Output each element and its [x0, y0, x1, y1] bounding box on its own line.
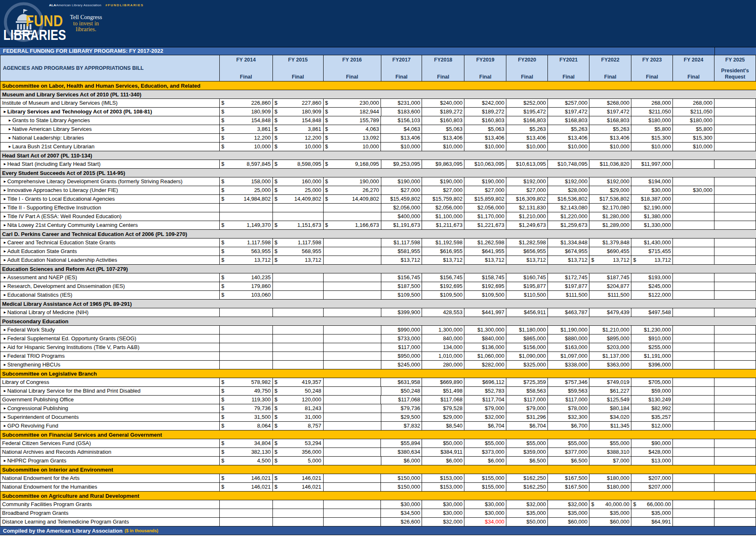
column-header-fy2014: FY 2014Final — [220, 55, 273, 81]
cell-fy2023: $1,380,000 — [631, 212, 673, 221]
cell-fy2023: $207,000 — [631, 474, 673, 482]
sub-label: Final — [479, 74, 491, 80]
cell-fy2024 — [673, 352, 714, 360]
row-label: ▶Grants to State Library Agencies — [0, 116, 220, 125]
cell-fy2025 — [714, 361, 756, 369]
cell-fy2024 — [673, 238, 714, 247]
cell-fy2021: $674,955 — [548, 247, 589, 256]
dollar-sign: $ — [275, 116, 277, 125]
cell-fy2019: $155,000 — [464, 483, 506, 491]
cell-fy2025 — [714, 238, 756, 247]
dollar-sign: $ — [275, 448, 277, 456]
page: ALAAmerican Library Association#FUNDLIBR… — [0, 0, 756, 536]
table-row: ▶Grants to State Library Agencies$154,84… — [0, 116, 756, 125]
cell-fy2017: $399,900 — [381, 308, 422, 317]
row-label: ▶Head Start (including Early Head Start) — [0, 160, 220, 168]
cell-fy2016 — [324, 457, 381, 465]
cell-fy2022: $690,455 — [589, 247, 631, 256]
column-header-fy2015: FY 2015Final — [273, 55, 324, 81]
dollar-sign: $ — [275, 483, 277, 491]
cell-fy2018: $189,272 — [422, 108, 464, 116]
cell-fy2016 — [324, 326, 381, 334]
dollar-sign: $ — [221, 186, 224, 194]
cell-value: 25,000 — [305, 186, 322, 194]
cell-fy2019: $6,704 — [464, 422, 506, 430]
cell-fy2016: $26,270 — [324, 186, 381, 194]
cell-fy2017: $2,056,000 — [381, 204, 422, 212]
table-row: ▶Title IV Part A (ESSA: Well Rounded Edu… — [0, 212, 756, 221]
cell-fy2022: $35,000 — [589, 509, 631, 517]
cell-value: 578,982 — [251, 378, 271, 386]
cell-value: 8,598,095 — [297, 160, 322, 168]
cell-fy2014: $8,064 — [220, 422, 273, 430]
cell-fy2024 — [673, 273, 714, 282]
cell-fy2023: $122,000 — [631, 291, 673, 299]
cell-fy2022: $34,020 — [589, 413, 631, 421]
cell-fy2016 — [324, 204, 381, 212]
cell-fy2021: $197,877 — [548, 282, 589, 290]
column-header-fy2019: FY2019Final — [464, 55, 506, 81]
cell-fy2021: $377,000 — [548, 448, 589, 456]
cell-fy2022: $187,745 — [589, 273, 631, 282]
cell-fy2022: $180,000 — [589, 474, 631, 482]
cell-fy2014: $578,982 — [220, 378, 273, 386]
cell-fy2014: $8,597,845 — [220, 160, 273, 168]
section-label: Head Start Act of 2007 (PL 110-134) — [2, 152, 92, 159]
row-label: ▶Title I - Grants to Local Educational A… — [0, 195, 220, 203]
cell-value: 563,955 — [251, 247, 271, 256]
cell-fy2016 — [324, 509, 381, 517]
cell-fy2025 — [714, 282, 756, 290]
section-label: Subcommittee on Labor, Health and Human … — [2, 83, 201, 89]
row-label: Broadband Program Grants — [0, 509, 220, 517]
cell-value: 1,117,598 — [247, 238, 271, 247]
report-title-bar: FEDERAL FUNDING FOR LIBRARY PROGRAMS: FY… — [0, 47, 756, 55]
row-label: Community Facilities Program Grants — [0, 500, 220, 509]
cell-fy2014 — [220, 326, 273, 334]
cell-fy2017: $29,500 — [381, 413, 422, 421]
table-row: ▶Innovative Approaches to Literacy (Unde… — [0, 186, 756, 195]
cell-fy2020: $10,613,095 — [506, 160, 548, 168]
cell-fy2024 — [673, 177, 714, 186]
cell-fy2015: $12,200 — [273, 134, 324, 142]
row-label-text: Congressional Publishing — [7, 404, 68, 413]
cell-fy2016 — [324, 273, 381, 282]
cell-fy2022: $60,000 — [589, 518, 631, 526]
cell-value: 31,500 — [254, 413, 271, 421]
cell-fy2017: $27,000 — [381, 186, 422, 194]
cell-fy2014: $146,021 — [220, 474, 273, 482]
section-row: Museum and Library Services Act of 2010 … — [0, 90, 756, 99]
table-row: ▶Adult Education State Grants$563,955$56… — [0, 247, 756, 256]
cell-fy2024: $10,000 — [673, 143, 714, 151]
dollar-sign: $ — [325, 143, 328, 151]
cell-fy2017: $26,600 — [381, 518, 422, 526]
cell-fy2019: $109,500 — [464, 291, 506, 299]
cell-fy2023: $11,997,000 — [631, 160, 673, 168]
row-label: ▶Assessment and NAEP (IES) — [0, 273, 220, 282]
cell-fy2017: $4,063 — [381, 125, 422, 133]
row-label-text: Federal Citizen Services Fund (GSA) — [2, 439, 91, 447]
row-label-text: Career and Technical Education State Gra… — [7, 238, 115, 247]
row-label: Federal Citizen Services Fund (GSA) — [0, 439, 220, 447]
cell-fy2019: $10,000 — [464, 143, 506, 151]
cell-fy2018: $13,712 — [422, 256, 464, 264]
cell-fy2015 — [273, 509, 324, 517]
row-label: ▶Federal Supplemental Ed. Opportunty Gra… — [0, 334, 220, 343]
cell-fy2019: $15,859,802 — [464, 195, 506, 203]
table-row: Broadband Program Grants$34,500$30,000$3… — [0, 509, 756, 518]
cell-fy2023: $715,455 — [631, 247, 673, 256]
cell-fy2021: $10,748,095 — [548, 160, 589, 168]
cell-fy2015 — [273, 334, 324, 343]
cell-fy2015: $81,243 — [273, 404, 324, 413]
cell-fy2023: $10,000 — [631, 143, 673, 151]
dollar-sign: $ — [275, 195, 277, 203]
cell-value: 13,712 — [654, 256, 671, 264]
cell-fy2017: $190,000 — [381, 177, 422, 186]
cell-fy2018: $240,000 — [422, 99, 464, 107]
libraries-wordmark: LIBRARIES — [3, 27, 66, 42]
cell-fy2023: $180,000 — [631, 116, 673, 125]
table-row: ▶Head Start (including Early Head Start)… — [0, 160, 756, 169]
cell-fy2024 — [673, 343, 714, 352]
cell-fy2019: $5,063 — [464, 125, 506, 133]
cell-fy2020: $1,090,000 — [506, 352, 548, 360]
cell-fy2018: $13,406 — [422, 134, 464, 142]
